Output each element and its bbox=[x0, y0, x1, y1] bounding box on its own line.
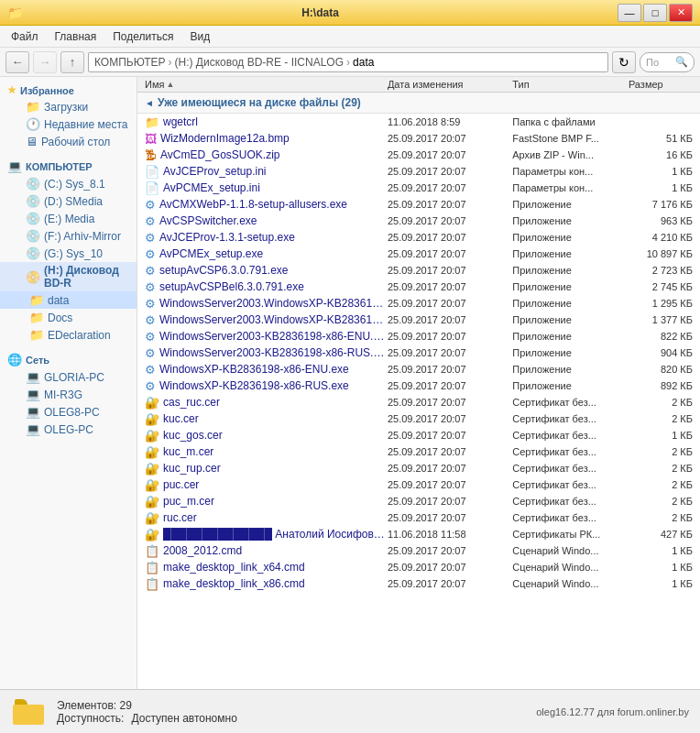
table-row[interactable]: ⚙ setupAvCSP6.3.0.791.exe 25.09.2017 20:… bbox=[137, 262, 700, 279]
maximize-button[interactable]: □ bbox=[643, 4, 667, 22]
file-size: 427 КБ bbox=[629, 529, 700, 540]
table-row[interactable]: ⚙ AvCSPSwitcher.exe 25.09.2017 20:07 При… bbox=[137, 213, 700, 229]
col-header-name[interactable]: Имя ▲ bbox=[137, 79, 388, 90]
desktop-icon: 🖥 bbox=[26, 135, 38, 148]
forward-button[interactable]: → bbox=[33, 51, 57, 73]
table-row[interactable]: 🔐 kuc.cer 25.09.2017 20:07 Сертификат бе… bbox=[137, 410, 700, 427]
path-computer: КОМПЬЮТЕР bbox=[94, 56, 165, 69]
table-row[interactable]: 📋 make_desktop_link_x64.cmd 25.09.2017 2… bbox=[137, 559, 700, 575]
col-header-date[interactable]: Дата изменения bbox=[388, 79, 512, 90]
file-name-text: 2008_2012.cmd bbox=[163, 544, 242, 557]
file-icon: 🔐 bbox=[145, 412, 159, 426]
file-icon: ⚙ bbox=[145, 297, 156, 311]
address-path[interactable]: КОМПЬЮТЕР › (H:) Дисковод BD-RE - IICNAL… bbox=[88, 52, 608, 72]
sidebar-item-c-drive[interactable]: 💿 (C:) Sys_8.1 bbox=[0, 175, 137, 192]
table-row[interactable]: ⚙ WindowsServer2003-KB2836198-x86-RUS.ex… bbox=[137, 345, 700, 361]
sidebar-item-f-drive[interactable]: 💿 (F:) Arhiv-Mirror bbox=[0, 227, 137, 245]
status-availability-line: Доступность: Доступен автономно bbox=[57, 712, 237, 725]
file-name-cell: 🗜 AvCmED_GosSUOK.zip bbox=[137, 148, 388, 162]
file-type: FastStone BMP F... bbox=[512, 133, 629, 144]
sidebar-item-d-drive[interactable]: 💿 (D:) SMedia bbox=[0, 192, 137, 210]
sidebar-item-gloria-pc[interactable]: 💻 GLORIA-PC bbox=[0, 368, 137, 386]
file-size: 1 КБ bbox=[629, 562, 700, 573]
sidebar-item-oleg8-pc[interactable]: 💻 OLEG8-PC bbox=[0, 403, 137, 421]
file-type: Приложение bbox=[512, 281, 629, 292]
sidebar-item-downloads[interactable]: 📁 Загрузки bbox=[0, 98, 137, 115]
table-row[interactable]: 🖼 WizModernImage12a.bmp 25.09.2017 20:07… bbox=[137, 130, 700, 147]
sidebar-item-edeclaration-folder[interactable]: 📁 EDeclaration bbox=[0, 326, 137, 344]
sidebar-item-desktop[interactable]: 🖥 Рабочий стол bbox=[0, 133, 137, 150]
table-row[interactable]: 📄 AvPCMEx_setup.ini 25.09.2017 20:07 Пар… bbox=[137, 180, 700, 196]
table-row[interactable]: 🔐 cas_ruc.cer 25.09.2017 20:07 Сертифика… bbox=[137, 394, 700, 410]
file-name-cell: 📄 AvJCEProv_setup.ini bbox=[137, 165, 388, 179]
status-info: Элементов: 29 Доступность: Доступен авто… bbox=[57, 699, 237, 725]
table-row[interactable]: 📄 AvJCEProv_setup.ini 25.09.2017 20:07 П… bbox=[137, 163, 700, 180]
file-size: 16 КБ bbox=[629, 149, 700, 160]
sort-arrow-name: ▲ bbox=[166, 80, 174, 89]
table-row[interactable]: ⚙ AvJCEProv-1.3.1-setup.exe 25.09.2017 2… bbox=[137, 229, 700, 246]
file-name-cell: 📋 make_desktop_link_x64.cmd bbox=[137, 561, 388, 574]
file-name-cell: ⚙ WindowsServer2003-KB2836198-x86-ENU.ex… bbox=[137, 330, 388, 344]
table-row[interactable]: ⚙ AvCMXWebP-1.1.8-setup-allusers.exe 25.… bbox=[137, 196, 700, 213]
sidebar-item-g-drive[interactable]: 💿 (G:) Sys_10 bbox=[0, 245, 137, 262]
table-row[interactable]: 🔐 ruc.cer 25.09.2017 20:07 Сертификат бе… bbox=[137, 509, 700, 526]
table-row[interactable]: 🔐 puc.cer 25.09.2017 20:07 Сертификат бе… bbox=[137, 476, 700, 493]
table-row[interactable]: 🔐 ██████████████ Анатолий Иосифович.p7b … bbox=[137, 526, 700, 542]
table-row[interactable]: 📁 wgetcrl 11.06.2018 8:59 Папка с файлам… bbox=[137, 114, 700, 130]
file-icon: 📁 bbox=[145, 115, 159, 129]
file-name-cell: 🔐 puc_m.cer bbox=[137, 495, 388, 509]
sidebar-item-docs-folder[interactable]: 📁 Docs bbox=[0, 309, 137, 326]
file-name-text: WindowsXP-KB2836198-x86-ENU.exe bbox=[159, 363, 349, 376]
search-box[interactable]: По 🔍 bbox=[640, 52, 695, 72]
table-row[interactable]: ⚙ AvPCMEx_setup.exe 25.09.2017 20:07 При… bbox=[137, 246, 700, 262]
table-row[interactable]: 📋 make_desktop_link_x86.cmd 25.09.2017 2… bbox=[137, 575, 700, 592]
table-row[interactable]: ⚙ WindowsXP-KB2836198-x86-ENU.exe 25.09.… bbox=[137, 361, 700, 377]
table-row[interactable]: ⚙ setupAvCSPBel6.3.0.791.exe 25.09.2017 … bbox=[137, 279, 700, 295]
table-row[interactable]: 🔐 kuc_m.cer 25.09.2017 20:07 Сертификат … bbox=[137, 443, 700, 460]
table-row[interactable]: 🗜 AvCmED_GosSUOK.zip 25.09.2017 20:07 Ар… bbox=[137, 147, 700, 163]
table-row[interactable]: 🔐 kuc_rup.cer 25.09.2017 20:07 Сертифика… bbox=[137, 460, 700, 476]
up-button[interactable]: ↑ bbox=[60, 51, 84, 73]
table-row[interactable]: ⚙ WindowsXP-KB2836198-x86-RUS.exe 25.09.… bbox=[137, 377, 700, 394]
file-name-text: WindowsServer2003-KB2836198-x86-ENU.exe bbox=[159, 330, 388, 343]
h-drive-icon: 📀 bbox=[26, 270, 40, 284]
minimize-button[interactable]: — bbox=[618, 4, 641, 22]
sidebar-item-mi-r3g[interactable]: 💻 MI-R3G bbox=[0, 386, 137, 403]
menu-file[interactable]: Файл bbox=[4, 28, 46, 45]
file-name-text: kuc_gos.cer bbox=[163, 429, 223, 442]
sidebar-item-oleg-pc[interactable]: 💻 OLEG-PC bbox=[0, 421, 137, 438]
file-size: 820 КБ bbox=[629, 364, 700, 375]
refresh-button[interactable]: ↻ bbox=[612, 51, 636, 73]
file-size: 2 КБ bbox=[629, 446, 700, 457]
table-row[interactable]: ⚙ WindowsServer2003.WindowsXP-KB2836198-… bbox=[137, 312, 700, 328]
file-icon: ⚙ bbox=[145, 330, 156, 344]
table-row[interactable]: 🔐 puc_m.cer 25.09.2017 20:07 Сертификат … bbox=[137, 493, 700, 509]
file-icon: 📋 bbox=[145, 544, 159, 558]
table-row[interactable]: ⚙ WindowsServer2003.WindowsXP-KB2836198-… bbox=[137, 295, 700, 312]
address-bar: ← → ↑ КОМПЬЮТЕР › (H:) Дисковод BD-RE - … bbox=[0, 48, 700, 77]
table-row[interactable]: ⚙ WindowsServer2003-KB2836198-x86-ENU.ex… bbox=[137, 328, 700, 345]
col-size-label: Размер bbox=[629, 79, 663, 90]
back-button[interactable]: ← bbox=[5, 51, 29, 73]
table-row[interactable]: 🔐 kuc_gos.cer 25.09.2017 20:07 Сертифика… bbox=[137, 427, 700, 443]
status-count: Элементов: 29 bbox=[57, 699, 132, 712]
file-icon: ⚙ bbox=[145, 231, 156, 245]
close-button[interactable]: ✕ bbox=[669, 4, 693, 22]
col-header-type[interactable]: Тип bbox=[512, 79, 629, 90]
menu-share[interactable]: Поделиться bbox=[105, 28, 180, 45]
sidebar-network: 🌐 Сеть 💻 GLORIA-PC 💻 MI-R3G 💻 OLEG8-PC 💻… bbox=[0, 351, 137, 438]
sidebar-item-data-folder[interactable]: 📁 data bbox=[0, 291, 137, 309]
mi-r3g-icon: 💻 bbox=[26, 388, 40, 401]
file-size: 2 КБ bbox=[629, 479, 700, 490]
col-header-size[interactable]: Размер bbox=[629, 79, 700, 90]
sidebar-item-e-drive[interactable]: 💿 (E:) Media bbox=[0, 210, 137, 227]
file-date: 25.09.2017 20:07 bbox=[388, 496, 512, 507]
table-row[interactable]: 📋 2008_2012.cmd 25.09.2017 20:07 Сценари… bbox=[137, 542, 700, 559]
sidebar-item-recent[interactable]: 🕐 Недавние места bbox=[0, 115, 137, 133]
menu-view[interactable]: Вид bbox=[182, 28, 217, 45]
oleg8-pc-label: OLEG8-PC bbox=[44, 406, 100, 419]
menu-home[interactable]: Главная bbox=[48, 28, 104, 45]
sidebar-item-h-drive[interactable]: 📀 (H:) Дисковод BD-R bbox=[0, 262, 137, 291]
file-icon: 🔐 bbox=[145, 528, 159, 542]
file-size: 904 КБ bbox=[629, 347, 700, 358]
